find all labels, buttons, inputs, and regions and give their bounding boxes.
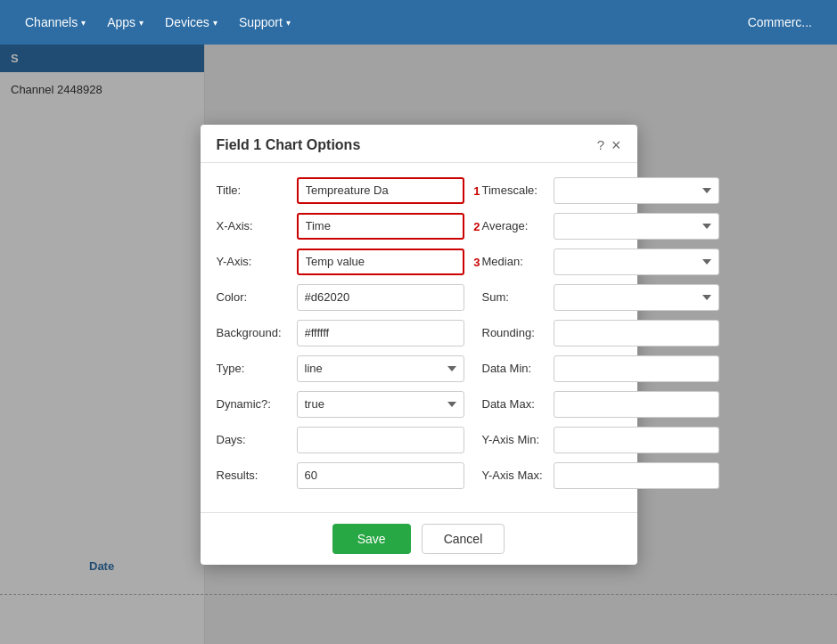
color-label: Color:	[217, 290, 297, 304]
rounding-label: Rounding:	[482, 326, 554, 339]
color-input[interactable]	[297, 284, 464, 311]
right-column: Timescale: hourly daily weekly Average:	[482, 177, 719, 498]
yaxismin-label: Y-Axis Min:	[482, 433, 554, 446]
sum-select[interactable]: yes no	[554, 284, 719, 311]
rounding-field-row: Rounding:	[482, 320, 719, 346]
devices-chevron-icon: ▾	[213, 18, 217, 28]
title-field-row: Title: 1	[217, 177, 464, 204]
navbar-support-label: Support	[239, 15, 283, 29]
modal-help-button[interactable]: ?	[597, 137, 604, 152]
modal-title: Field 1 Chart Options	[217, 137, 361, 153]
navbar-brand-right: Commerc...	[737, 15, 823, 29]
modal-footer: Save Cancel	[201, 512, 637, 565]
navbar: Channels ▾ Apps ▾ Devices ▾ Support ▾ Co…	[0, 0, 837, 45]
xaxis-label: X-Axis:	[217, 219, 297, 232]
modal-dialog: Field 1 Chart Options ? × Title: 1	[201, 125, 637, 565]
median-field-row: Median: yes no	[482, 249, 719, 275]
xaxis-input[interactable]	[297, 213, 464, 240]
sum-field-row: Sum: yes no	[482, 284, 719, 311]
modal-body: Title: 1 X-Axis: 2 Y-Axis: 3	[201, 163, 637, 512]
color-field-row: Color:	[217, 284, 464, 311]
dynamic-label: Dynamic?:	[217, 397, 297, 411]
datamin-field-row: Data Min:	[482, 355, 719, 382]
average-label: Average:	[482, 219, 554, 232]
yaxismin-input[interactable]	[554, 427, 719, 453]
days-label: Days:	[217, 433, 297, 446]
channels-chevron-icon: ▾	[81, 18, 86, 28]
badge-1: 1	[473, 183, 480, 197]
yaxismax-field-row: Y-Axis Max:	[482, 462, 719, 489]
save-button[interactable]: Save	[332, 524, 411, 554]
xaxis-field-row: X-Axis: 2	[217, 213, 464, 240]
datamax-label: Data Max:	[482, 397, 554, 411]
yaxis-field-row: Y-Axis: 3	[217, 249, 464, 275]
average-select[interactable]: mean median	[554, 213, 719, 240]
yaxis-label: Y-Axis:	[217, 255, 297, 268]
yaxismax-input[interactable]	[554, 462, 719, 489]
navbar-support[interactable]: Support ▾	[228, 0, 301, 45]
datamax-field-row: Data Max:	[482, 391, 719, 418]
median-select[interactable]: yes no	[554, 249, 719, 275]
navbar-channels[interactable]: Channels ▾	[14, 0, 96, 45]
type-field-row: Type: line bar scatter	[217, 355, 464, 382]
yaxismin-field-row: Y-Axis Min:	[482, 427, 719, 453]
days-input[interactable]	[297, 427, 464, 453]
title-label: Title:	[217, 183, 297, 197]
main-content: S Channel 2448928 Date Field 1 Chart Opt…	[0, 45, 837, 644]
background-label: Background:	[217, 326, 297, 339]
type-label: Type:	[217, 362, 297, 375]
timescale-field-row: Timescale: hourly daily weekly	[482, 177, 719, 204]
datamax-input[interactable]	[554, 391, 719, 418]
left-column: Title: 1 X-Axis: 2 Y-Axis: 3	[217, 177, 464, 498]
type-select[interactable]: line bar scatter	[297, 355, 464, 382]
median-label: Median:	[482, 255, 554, 268]
background-input[interactable]	[297, 320, 464, 346]
modal-close-button[interactable]: ×	[611, 137, 621, 153]
cancel-button[interactable]: Cancel	[422, 524, 505, 554]
timescale-select[interactable]: hourly daily weekly	[554, 177, 719, 204]
rounding-input[interactable]	[554, 320, 719, 346]
modal-overlay: Field 1 Chart Options ? × Title: 1	[0, 45, 837, 644]
navbar-apps-label: Apps	[107, 15, 135, 29]
dynamic-select[interactable]: true false	[297, 391, 464, 418]
navbar-devices[interactable]: Devices ▾	[154, 0, 228, 45]
support-chevron-icon: ▾	[286, 18, 291, 28]
results-input[interactable]	[297, 462, 464, 489]
results-label: Results:	[217, 469, 297, 482]
timescale-label: Timescale:	[482, 183, 554, 197]
badge-2: 2	[473, 219, 480, 232]
sum-label: Sum:	[482, 290, 554, 304]
title-input[interactable]	[297, 177, 464, 204]
results-field-row: Results:	[217, 462, 464, 489]
days-field-row: Days:	[217, 427, 464, 453]
average-field-row: Average: mean median	[482, 213, 719, 240]
navbar-channels-label: Channels	[25, 15, 78, 29]
yaxis-input[interactable]	[297, 249, 464, 275]
yaxismax-label: Y-Axis Max:	[482, 469, 554, 482]
navbar-apps[interactable]: Apps ▾	[96, 0, 154, 45]
datamin-label: Data Min:	[482, 362, 554, 375]
modal-header: Field 1 Chart Options ? ×	[201, 125, 637, 163]
background-field-row: Background:	[217, 320, 464, 346]
badge-3: 3	[473, 255, 480, 268]
navbar-devices-label: Devices	[165, 15, 209, 29]
dynamic-field-row: Dynamic?: true false	[217, 391, 464, 418]
apps-chevron-icon: ▾	[139, 18, 144, 28]
modal-header-actions: ? ×	[597, 137, 621, 153]
datamin-input[interactable]	[554, 355, 719, 382]
